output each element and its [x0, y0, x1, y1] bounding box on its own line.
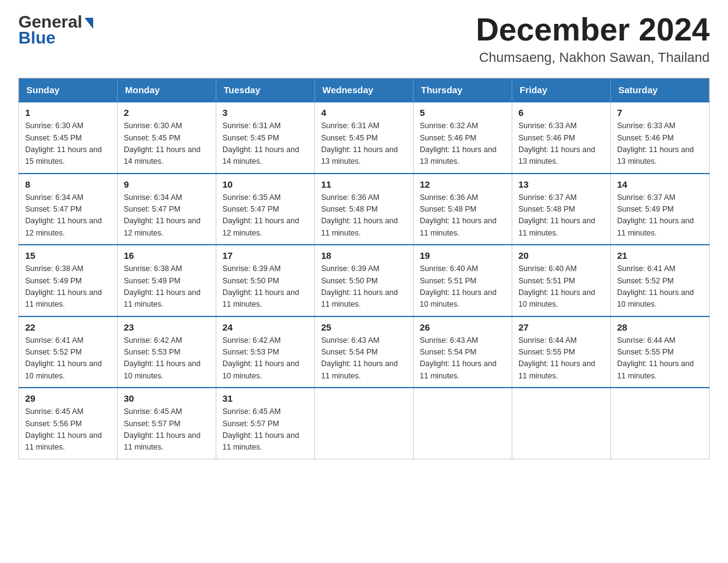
day-number: 29	[25, 393, 111, 404]
calendar-cell: 30Sunrise: 6:45 AMSunset: 5:57 PMDayligh…	[118, 388, 216, 459]
calendar-cell: 22Sunrise: 6:41 AMSunset: 5:52 PMDayligh…	[19, 316, 118, 388]
day-info: Sunrise: 6:34 AMSunset: 5:47 PMDaylight:…	[25, 192, 111, 240]
day-number: 4	[321, 107, 407, 118]
month-title: December 2024	[476, 12, 710, 47]
day-info: Sunrise: 6:39 AMSunset: 5:50 PMDaylight:…	[222, 263, 308, 311]
calendar-cell: 19Sunrise: 6:40 AMSunset: 5:51 PMDayligh…	[414, 245, 512, 316]
calendar-week-row: 29Sunrise: 6:45 AMSunset: 5:56 PMDayligh…	[19, 388, 710, 459]
day-info: Sunrise: 6:30 AMSunset: 5:45 PMDaylight:…	[25, 120, 111, 168]
calendar-cell: 12Sunrise: 6:36 AMSunset: 5:48 PMDayligh…	[414, 174, 512, 245]
day-number: 26	[420, 322, 506, 332]
day-number: 31	[222, 393, 308, 404]
day-number: 13	[518, 179, 604, 190]
day-info: Sunrise: 6:45 AMSunset: 5:56 PMDaylight:…	[25, 406, 111, 454]
calendar-cell	[611, 388, 710, 459]
day-info: Sunrise: 6:35 AMSunset: 5:47 PMDaylight:…	[222, 192, 308, 240]
day-info: Sunrise: 6:43 AMSunset: 5:54 PMDaylight:…	[420, 335, 506, 383]
day-info: Sunrise: 6:30 AMSunset: 5:45 PMDaylight:…	[124, 120, 210, 168]
day-info: Sunrise: 6:37 AMSunset: 5:48 PMDaylight:…	[518, 192, 604, 240]
day-number: 16	[124, 250, 210, 261]
calendar-cell: 29Sunrise: 6:45 AMSunset: 5:56 PMDayligh…	[19, 388, 118, 459]
day-info: Sunrise: 6:36 AMSunset: 5:48 PMDaylight:…	[420, 192, 506, 240]
calendar-header-row: SundayMondayTuesdayWednesdayThursdayFrid…	[19, 79, 710, 102]
column-header-thursday: Thursday	[414, 79, 512, 102]
day-number: 3	[222, 107, 308, 118]
calendar-week-row: 15Sunrise: 6:38 AMSunset: 5:49 PMDayligh…	[19, 245, 710, 316]
day-number: 28	[617, 322, 703, 332]
logo-blue-text: Blue	[18, 28, 56, 48]
calendar-cell: 9Sunrise: 6:34 AMSunset: 5:47 PMDaylight…	[118, 174, 216, 245]
day-info: Sunrise: 6:41 AMSunset: 5:52 PMDaylight:…	[617, 263, 703, 311]
calendar-cell: 20Sunrise: 6:40 AMSunset: 5:51 PMDayligh…	[512, 245, 611, 316]
day-info: Sunrise: 6:45 AMSunset: 5:57 PMDaylight:…	[124, 406, 210, 454]
day-info: Sunrise: 6:32 AMSunset: 5:46 PMDaylight:…	[420, 120, 506, 168]
calendar-table: SundayMondayTuesdayWednesdayThursdayFrid…	[18, 78, 710, 459]
calendar-week-row: 1Sunrise: 6:30 AMSunset: 5:45 PMDaylight…	[19, 102, 710, 174]
day-number: 14	[617, 179, 703, 190]
day-info: Sunrise: 6:39 AMSunset: 5:50 PMDaylight:…	[321, 263, 407, 311]
logo-arrow-icon	[85, 18, 93, 29]
day-info: Sunrise: 6:44 AMSunset: 5:55 PMDaylight:…	[617, 335, 703, 383]
calendar-cell: 13Sunrise: 6:37 AMSunset: 5:48 PMDayligh…	[512, 174, 611, 245]
column-header-saturday: Saturday	[611, 79, 710, 102]
calendar-cell: 4Sunrise: 6:31 AMSunset: 5:45 PMDaylight…	[315, 102, 414, 174]
day-number: 11	[321, 179, 407, 190]
day-info: Sunrise: 6:45 AMSunset: 5:57 PMDaylight:…	[222, 406, 308, 454]
page-header: General Blue December 2024 Chumsaeng, Na…	[18, 12, 710, 66]
calendar-cell: 26Sunrise: 6:43 AMSunset: 5:54 PMDayligh…	[414, 316, 512, 388]
day-number: 22	[25, 322, 111, 332]
calendar-week-row: 8Sunrise: 6:34 AMSunset: 5:47 PMDaylight…	[19, 174, 710, 245]
day-info: Sunrise: 6:44 AMSunset: 5:55 PMDaylight:…	[518, 335, 604, 383]
day-number: 20	[518, 250, 604, 261]
day-number: 10	[222, 179, 308, 190]
column-header-friday: Friday	[512, 79, 611, 102]
day-number: 7	[617, 107, 703, 118]
calendar-week-row: 22Sunrise: 6:41 AMSunset: 5:52 PMDayligh…	[19, 316, 710, 388]
day-number: 30	[124, 393, 210, 404]
day-info: Sunrise: 6:40 AMSunset: 5:51 PMDaylight:…	[420, 263, 506, 311]
column-header-tuesday: Tuesday	[216, 79, 315, 102]
calendar-cell	[315, 388, 414, 459]
day-number: 8	[25, 179, 111, 190]
title-section: December 2024 Chumsaeng, Nakhon Sawan, T…	[476, 12, 710, 66]
day-number: 24	[222, 322, 308, 332]
day-number: 25	[321, 322, 407, 332]
calendar-cell: 24Sunrise: 6:42 AMSunset: 5:53 PMDayligh…	[216, 316, 315, 388]
day-info: Sunrise: 6:33 AMSunset: 5:46 PMDaylight:…	[518, 120, 604, 168]
day-number: 27	[518, 322, 604, 332]
calendar-cell: 25Sunrise: 6:43 AMSunset: 5:54 PMDayligh…	[315, 316, 414, 388]
day-number: 23	[124, 322, 210, 332]
day-number: 9	[124, 179, 210, 190]
calendar-cell: 1Sunrise: 6:30 AMSunset: 5:45 PMDaylight…	[19, 102, 118, 174]
day-info: Sunrise: 6:31 AMSunset: 5:45 PMDaylight:…	[321, 120, 407, 168]
calendar-cell: 28Sunrise: 6:44 AMSunset: 5:55 PMDayligh…	[611, 316, 710, 388]
calendar-cell: 5Sunrise: 6:32 AMSunset: 5:46 PMDaylight…	[414, 102, 512, 174]
day-number: 2	[124, 107, 210, 118]
calendar-cell: 18Sunrise: 6:39 AMSunset: 5:50 PMDayligh…	[315, 245, 414, 316]
day-info: Sunrise: 6:40 AMSunset: 5:51 PMDaylight:…	[518, 263, 604, 311]
calendar-cell: 7Sunrise: 6:33 AMSunset: 5:46 PMDaylight…	[611, 102, 710, 174]
day-number: 15	[25, 250, 111, 261]
day-number: 18	[321, 250, 407, 261]
day-number: 5	[420, 107, 506, 118]
calendar-cell: 15Sunrise: 6:38 AMSunset: 5:49 PMDayligh…	[19, 245, 118, 316]
day-info: Sunrise: 6:36 AMSunset: 5:48 PMDaylight:…	[321, 192, 407, 240]
calendar-cell: 17Sunrise: 6:39 AMSunset: 5:50 PMDayligh…	[216, 245, 315, 316]
calendar-cell: 3Sunrise: 6:31 AMSunset: 5:45 PMDaylight…	[216, 102, 315, 174]
day-number: 6	[518, 107, 604, 118]
day-info: Sunrise: 6:42 AMSunset: 5:53 PMDaylight:…	[124, 335, 210, 383]
calendar-cell: 27Sunrise: 6:44 AMSunset: 5:55 PMDayligh…	[512, 316, 611, 388]
calendar-cell: 11Sunrise: 6:36 AMSunset: 5:48 PMDayligh…	[315, 174, 414, 245]
day-number: 12	[420, 179, 506, 190]
calendar-cell: 31Sunrise: 6:45 AMSunset: 5:57 PMDayligh…	[216, 388, 315, 459]
day-number: 1	[25, 107, 111, 118]
day-number: 17	[222, 250, 308, 261]
location-subtitle: Chumsaeng, Nakhon Sawan, Thailand	[476, 50, 710, 66]
day-info: Sunrise: 6:33 AMSunset: 5:46 PMDaylight:…	[617, 120, 703, 168]
calendar-cell	[414, 388, 512, 459]
day-info: Sunrise: 6:31 AMSunset: 5:45 PMDaylight:…	[222, 120, 308, 168]
day-info: Sunrise: 6:38 AMSunset: 5:49 PMDaylight:…	[124, 263, 210, 311]
calendar-cell	[512, 388, 611, 459]
calendar-cell: 14Sunrise: 6:37 AMSunset: 5:49 PMDayligh…	[611, 174, 710, 245]
day-info: Sunrise: 6:38 AMSunset: 5:49 PMDaylight:…	[25, 263, 111, 311]
